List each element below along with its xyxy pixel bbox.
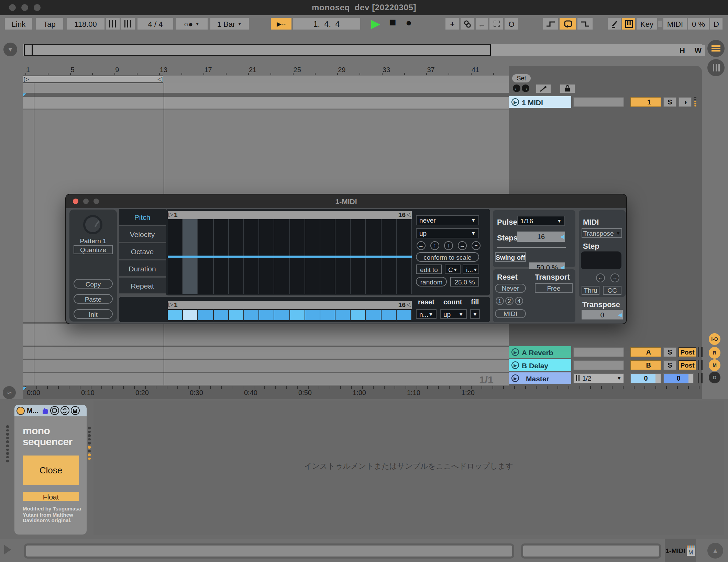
pitch-range-bar[interactable]: ▷ 1 16 ◁ [168, 211, 412, 219]
track-row-midi[interactable]: ▶ 1 MIDI 1 S ◑ [509, 96, 702, 108]
lanes-view-button[interactable] [707, 59, 725, 76]
show-returns-button[interactable]: R [709, 347, 720, 359]
overview-viewport-box[interactable] [24, 44, 491, 56]
init-button[interactable]: Init [74, 309, 113, 319]
gate-count-select[interactable]: up ▼ [440, 309, 467, 319]
interval-select[interactable]: never ▼ [416, 215, 479, 225]
tab-duration[interactable]: Duration [119, 260, 166, 277]
status-secondary-box[interactable] [521, 543, 661, 559]
reset-2-button[interactable]: 2 [505, 297, 514, 305]
follow-button[interactable]: ▶-- [271, 18, 291, 30]
device-drop-area[interactable]: インストゥルメントまたはサンプルをここへドロップします [93, 401, 724, 535]
gate-step[interactable] [351, 310, 366, 320]
close-editor-button[interactable]: Close [23, 456, 79, 485]
master-pan-slider[interactable]: 0 [630, 373, 661, 383]
track-display-box[interactable] [573, 97, 624, 107]
scale-select[interactable]: i... ▼ [463, 265, 479, 274]
back-to-arrangement-corner-button[interactable]: ▼ [3, 43, 17, 56]
send-a-box[interactable]: A [630, 347, 661, 357]
start-marker-icon[interactable] [23, 93, 26, 97]
gate-step[interactable] [335, 310, 351, 320]
shift-left-button[interactable]: ← [417, 241, 426, 250]
gate-step[interactable] [244, 310, 259, 320]
track-play-icon[interactable]: ▶ [511, 348, 519, 356]
reset-4-button[interactable]: 4 [515, 297, 523, 305]
tab-pitch[interactable]: Pitch [119, 209, 166, 225]
track-row-master[interactable]: ▶ Master 1/2 ▼ 0 0 [509, 372, 702, 384]
reset-never-button[interactable]: Never [495, 284, 526, 293]
record-button[interactable]: ● [406, 16, 412, 28]
tab-repeat[interactable]: Repeat [119, 278, 166, 294]
time-signature-field[interactable]: 4 / 4 [137, 18, 173, 30]
swing-toggle[interactable]: Swing off [495, 252, 526, 262]
gate-fill-select[interactable]: ▼ [470, 309, 480, 319]
width-zoom-button[interactable]: W [691, 45, 705, 56]
refresh-button[interactable] [60, 406, 69, 415]
loop-end-handle[interactable]: ◁ [157, 76, 162, 82]
midi-track-lane[interactable] [23, 97, 509, 109]
gate-step[interactable] [290, 310, 305, 320]
pitch-step-grid[interactable] [168, 219, 412, 294]
prev-marker-button[interactable]: ← [513, 85, 520, 92]
shift-down-button[interactable]: ↓ [444, 241, 453, 250]
reset-midi-button[interactable]: MIDI [495, 309, 526, 318]
drop-track-lane[interactable] [23, 324, 509, 346]
monoseq-device[interactable]: M... mono sequencer Close Float Modified… [14, 405, 87, 535]
device-header[interactable]: M... [14, 405, 87, 416]
cc-button[interactable]: CC [603, 286, 621, 295]
play-button[interactable]: ▶ [371, 16, 380, 31]
gate-step[interactable] [259, 310, 274, 320]
track-display-box[interactable] [573, 347, 624, 357]
track-name-master[interactable]: ▶ Master [509, 372, 571, 384]
map-mode-button[interactable] [50, 406, 59, 415]
gate-step[interactable] [229, 310, 244, 320]
track-play-icon[interactable]: ▶ [511, 98, 519, 106]
quantize-button[interactable]: Quantize [74, 245, 113, 254]
float-window-titlebar[interactable]: 1-MIDI [66, 194, 626, 208]
gate-range-bar[interactable]: ▷ 1 16 ◁ [168, 301, 412, 309]
save-button[interactable] [70, 406, 79, 415]
midi-channel-box[interactable]: 1 [630, 97, 661, 107]
solo-button[interactable]: S [663, 360, 676, 370]
scrub-area[interactable]: ▷ ◁ [23, 76, 509, 83]
transport-free-button[interactable]: Free [535, 283, 573, 293]
show-mixer-button[interactable]: M [709, 359, 720, 371]
loop-brace[interactable]: ▷ ◁ [23, 76, 163, 83]
gate-step[interactable] [183, 310, 198, 320]
solo-button[interactable]: S [663, 97, 676, 107]
gate-step[interactable] [320, 310, 335, 320]
device-on-toggle[interactable] [16, 406, 25, 415]
track-name-return-b[interactable]: ▶ B Delay [509, 359, 571, 371]
pattern-knob[interactable] [83, 215, 102, 234]
track-name-midi[interactable]: ▶ 1 MIDI [509, 96, 571, 108]
range-open-icon[interactable]: ▷ [168, 211, 173, 218]
link-button[interactable]: Link [5, 18, 32, 30]
monoseq-float-window[interactable]: 1-MIDI Pattern 1 Quantize Copy Paste Ini… [65, 194, 627, 324]
shift-right-button[interactable]: → [458, 241, 467, 250]
expand-panel-button[interactable]: ▲ [707, 543, 723, 559]
track-play-icon[interactable]: ▶ [511, 361, 519, 369]
key-map-button[interactable]: Key [637, 18, 657, 30]
direction-select[interactable]: up ▼ [416, 228, 479, 238]
track-row-return-b[interactable]: ▶ B Delay B S Post [509, 359, 702, 371]
gate-step[interactable] [275, 310, 290, 320]
status-message-box[interactable] [24, 543, 514, 559]
random-button[interactable]: random [416, 277, 447, 286]
draw-automation-button[interactable] [536, 85, 551, 93]
gate-step[interactable] [366, 310, 381, 320]
solo-button[interactable]: S [663, 347, 676, 357]
new-button[interactable]: + [445, 18, 459, 30]
back-to-arrangement-button[interactable]: ← [476, 18, 488, 30]
punch-in-button[interactable] [543, 18, 558, 30]
loop-start-handle[interactable]: ▷ [24, 76, 29, 82]
tap-tempo-button[interactable]: Tap [36, 18, 63, 30]
post-button[interactable]: Post [679, 347, 696, 357]
track-name-return-a[interactable]: ▶ A Reverb [509, 346, 571, 358]
stop-button[interactable]: ■ [389, 16, 396, 30]
return-b-lane[interactable] [23, 360, 509, 372]
computer-midi-keyboard-button[interactable] [622, 18, 635, 30]
hand-icon[interactable] [40, 406, 48, 415]
nudge-up-button[interactable] [121, 18, 135, 30]
metronome-button[interactable]: ○●▼ [176, 18, 208, 30]
tab-velocity[interactable]: Velocity [119, 226, 166, 243]
